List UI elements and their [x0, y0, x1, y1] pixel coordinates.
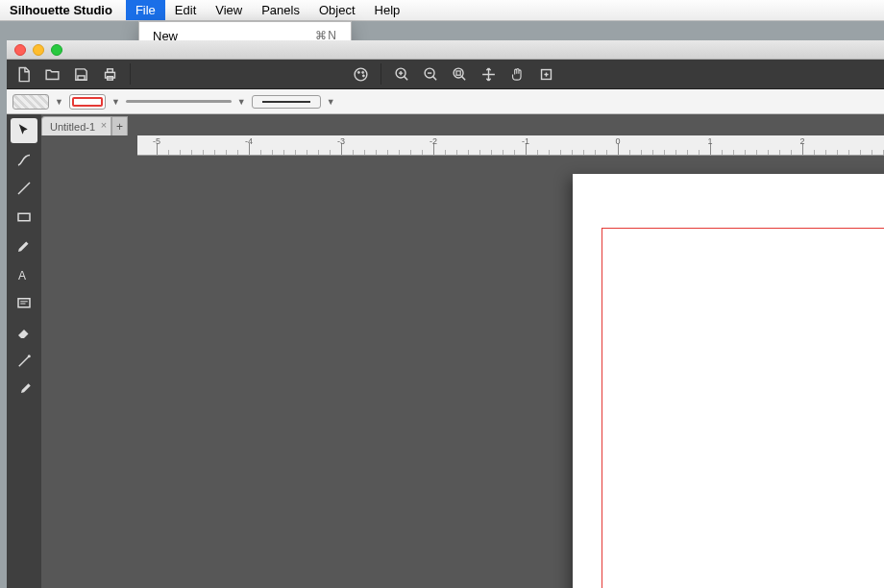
page-canvas[interactable]: [573, 174, 884, 588]
workarea: A Untitled-1 × + -7.277 , -1.384 -5-4-3-…: [7, 114, 884, 588]
window-minimize-button[interactable]: [33, 44, 44, 56]
document-tabs: Untitled-1 × +: [41, 114, 128, 135]
menu-edit[interactable]: Edit: [165, 0, 206, 20]
print-icon[interactable]: [99, 63, 120, 85]
toolbar-divider: [381, 63, 381, 85]
menu-file[interactable]: File: [126, 0, 165, 20]
tools-panel: A: [7, 114, 41, 588]
svg-point-7: [362, 74, 364, 76]
window-close-button[interactable]: [14, 44, 26, 56]
zoom-in-icon[interactable]: [391, 63, 412, 85]
fill-swatch[interactable]: [12, 94, 49, 110]
toolbar-divider: [130, 63, 131, 85]
stroke-swatch[interactable]: [69, 94, 106, 110]
svg-point-5: [357, 71, 359, 73]
new-tab-button[interactable]: +: [111, 116, 128, 135]
text-tool[interactable]: A: [11, 262, 37, 287]
menu-view[interactable]: View: [206, 0, 252, 20]
new-file-icon[interactable]: [12, 63, 34, 85]
eraser-tool[interactable]: [11, 320, 37, 345]
document-tab[interactable]: Untitled-1 ×: [41, 116, 111, 135]
edit-points-tool[interactable]: [11, 147, 37, 172]
svg-text:A: A: [18, 269, 26, 282]
close-tab-icon[interactable]: ×: [101, 119, 107, 131]
chevron-down-icon[interactable]: ▼: [111, 97, 120, 107]
color-palette-icon[interactable]: [350, 63, 371, 85]
svg-rect-15: [18, 299, 30, 307]
drag-zoom-icon[interactable]: [478, 63, 499, 85]
cut-border: [602, 228, 884, 588]
save-file-icon[interactable]: [70, 63, 91, 85]
selection-zoom-icon[interactable]: [535, 63, 556, 85]
horizontal-ruler: -5-4-3-2-1012: [137, 135, 884, 156]
stroke-style-picker[interactable]: [252, 95, 321, 109]
style-toolbar: ▼ ▼ ▼ ▼: [7, 89, 884, 114]
chevron-down-icon[interactable]: ▼: [327, 97, 335, 107]
svg-rect-2: [107, 68, 112, 72]
document-window: ▼ ▼ ▼ ▼ A Untitled-1 × + -7.277 , -1.: [7, 40, 884, 588]
svg-point-16: [28, 355, 31, 357]
app-title: Silhouette Studio: [10, 3, 112, 17]
canvas-area[interactable]: -5-4-3-2-1012: [41, 135, 884, 588]
stroke-weight-picker[interactable]: [126, 100, 232, 103]
rectangle-tool[interactable]: [11, 205, 37, 230]
fit-page-icon[interactable]: [449, 63, 470, 85]
notes-tool[interactable]: [11, 291, 37, 316]
menu-help[interactable]: Help: [365, 0, 410, 20]
eyedropper-tool[interactable]: [11, 378, 37, 403]
select-tool[interactable]: [11, 118, 37, 143]
svg-point-6: [361, 71, 363, 73]
svg-point-10: [454, 68, 463, 78]
tab-label: Untitled-1: [50, 121, 95, 133]
window-zoom-button[interactable]: [51, 44, 62, 56]
draw-tool[interactable]: [11, 233, 37, 258]
knife-tool[interactable]: [11, 349, 37, 374]
line-tool[interactable]: [11, 176, 37, 201]
pan-hand-icon[interactable]: [506, 63, 528, 85]
chevron-down-icon[interactable]: ▼: [237, 97, 246, 107]
open-file-icon[interactable]: [41, 63, 62, 85]
mac-menubar: Silhouette Studio File Edit View Panels …: [0, 0, 884, 21]
svg-rect-13: [18, 213, 30, 221]
zoom-out-icon[interactable]: [420, 63, 441, 85]
menu-panels[interactable]: Panels: [252, 0, 309, 20]
window-titlebar: [7, 40, 884, 60]
svg-rect-0: [77, 75, 84, 79]
menu-object[interactable]: Object: [309, 0, 365, 20]
svg-point-4: [355, 68, 367, 81]
chevron-down-icon[interactable]: ▼: [55, 97, 63, 107]
svg-rect-11: [455, 70, 459, 74]
main-toolbar: [7, 60, 884, 89]
